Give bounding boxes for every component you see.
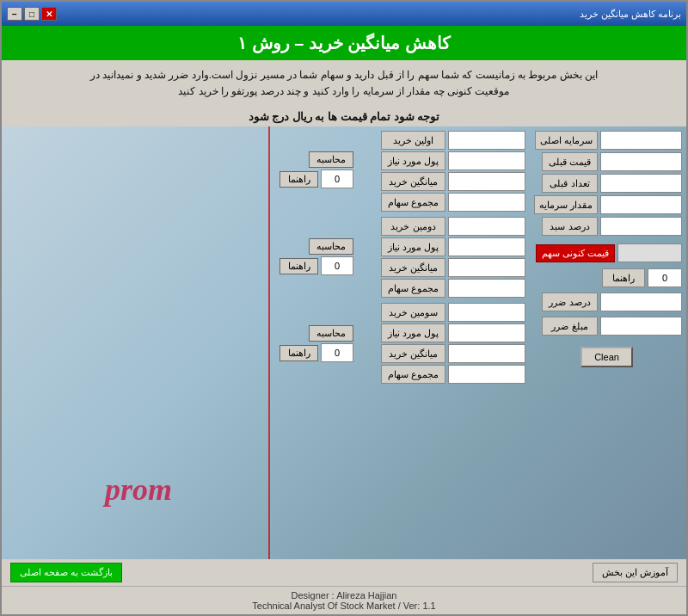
spacer3	[215, 305, 353, 323]
calc-btn-1[interactable]: محاسبه	[309, 151, 353, 168]
mablagh-zarr-input[interactable]	[600, 317, 682, 336]
darsd-zarr-input[interactable]	[600, 293, 682, 311]
buy2-sum-input[interactable]	[448, 279, 525, 298]
buy2-pol-input[interactable]	[448, 237, 525, 256]
buy3-sum-label: مجموع سهام	[381, 365, 445, 384]
clean-btn-wrapper: Clean	[531, 343, 682, 367]
buy3-avg-input[interactable]	[448, 344, 525, 363]
mablagh-zarr-label: مبلغ ضرر	[542, 317, 598, 336]
prom-watermark: prom	[105, 471, 172, 508]
footer-line2: Technical Analyst Of Stock Market / Ver:…	[5, 601, 683, 611]
gheymat-ghabli-input[interactable]	[600, 152, 682, 171]
buy2-avg-label: میانگین خرید	[381, 258, 445, 277]
teach-button[interactable]: آموزش این بخش	[593, 563, 678, 582]
current-price-section: قیمت کنونی سهم	[531, 243, 682, 262]
buy3-pol-row: پول مورد نیاز	[357, 323, 525, 342]
calc-btn-2[interactable]: محاسبه	[309, 238, 353, 255]
buy1-pol-input[interactable]	[448, 151, 525, 170]
current-price-row: قیمت کنونی سهم	[531, 243, 682, 262]
buy2-pol-row: پول مورد نیاز	[357, 237, 525, 256]
helper-group-2: محاسبه راهنما	[215, 218, 353, 296]
spacer2	[215, 218, 353, 237]
footer: Designer : Alireza Hajjian Technical Ana…	[2, 586, 686, 614]
bottom-bar: آموزش این بخش بازگشت به صفحه اصلی	[2, 559, 686, 586]
calc-btn-3[interactable]: محاسبه	[309, 325, 353, 342]
rahma-btn-1[interactable]: راهنما	[280, 171, 318, 188]
helper1-rahma-row: راهنما	[215, 169, 353, 188]
miqdar-sarmaye-input[interactable]	[600, 195, 682, 214]
rahma-button[interactable]: راهنما	[602, 268, 645, 287]
buy3-pol-label: پول مورد نیاز	[381, 323, 445, 342]
main-content: prom سرمایه اصلی قیمت قبلی تعداد قبلی	[2, 126, 686, 559]
darsd-sabd-row: درصد سبد	[531, 217, 682, 236]
rahma-value-input[interactable]	[648, 268, 682, 287]
buy3-pol-input[interactable]	[448, 323, 525, 342]
sarmaye-asli-input[interactable]	[600, 131, 682, 150]
buy3-sum-input[interactable]	[448, 365, 525, 384]
sarmaye-asli-row: سرمایه اصلی	[531, 131, 682, 150]
helper2-calc-row: محاسبه	[215, 238, 353, 255]
helper3-rahma-value[interactable]	[321, 343, 353, 362]
darsd-zarr-row: درصد ضرر	[531, 293, 682, 311]
back-button[interactable]: بازگشت به صفحه اصلی	[10, 563, 122, 582]
darsd-sabd-label: درصد سبد	[542, 217, 598, 236]
buy3-title-label: سومین خرید	[381, 303, 445, 322]
helper3-rahma-row: راهنما	[215, 343, 353, 362]
current-price-input[interactable]	[617, 243, 682, 262]
darsd-zarr-field-row: درصد ضرر	[531, 293, 682, 311]
helper-group-1: محاسبه راهنما	[215, 131, 353, 209]
buy2-title-label: دومین خرید	[381, 217, 445, 236]
tedade-ghabli-row: تعداد قبلی	[531, 174, 682, 193]
buy1-sum-row: مجموع سهام	[357, 193, 525, 212]
description-box: این بخش مربوط به زمانیست که شما سهم را ا…	[2, 60, 686, 107]
helper-group-3: محاسبه راهنما	[215, 305, 353, 362]
helper2-rahma-value[interactable]	[321, 256, 353, 275]
tedade-ghabli-input[interactable]	[600, 174, 682, 193]
spacer1b	[215, 190, 353, 209]
clean-button[interactable]: Clean	[580, 347, 633, 367]
mablagh-zarr-field-row: مبلغ ضرر	[531, 317, 682, 336]
miqdar-sarmaye-label: مقدار سرمایه	[534, 195, 598, 214]
right-panel: سرمایه اصلی قیمت قبلی تعداد قبلی مقدار س…	[527, 126, 686, 559]
minimize-button[interactable]: −	[7, 7, 22, 21]
buy1-price-input[interactable]	[448, 131, 525, 150]
helper2-rahma-row: راهنما	[215, 256, 353, 275]
maximize-button[interactable]: □	[24, 7, 40, 21]
buy2-avg-row: میانگین خرید	[357, 258, 525, 277]
spacer1	[215, 131, 353, 150]
darsd-zarr-label: درصد ضرر	[542, 293, 598, 311]
buy1-sum-input[interactable]	[448, 193, 525, 212]
buy-group-2: دومین خرید پول مورد نیاز میانگین خرید مج…	[357, 217, 525, 298]
buy1-avg-row: میانگین خرید	[357, 172, 525, 191]
rahma-btn-3[interactable]: راهنما	[280, 345, 318, 361]
buy2-sum-label: مجموع سهام	[381, 279, 445, 298]
rahma-section: راهنما	[531, 268, 682, 287]
spacer2b	[215, 277, 353, 296]
helper1-calc-row: محاسبه	[215, 151, 353, 168]
mablagh-zarr-row: مبلغ ضرر	[531, 317, 682, 336]
buy-group-3: سومین خرید پول مورد نیاز میانگین خرید مج…	[357, 303, 525, 384]
window-title: برنامه کاهش میانگین خرید	[580, 9, 681, 20]
buy2-avg-input[interactable]	[448, 258, 525, 277]
title-bar: برنامه کاهش میانگین خرید − □ ✕	[2, 2, 686, 26]
buy1-avg-label: میانگین خرید	[381, 172, 445, 191]
footer-line1: Designer : Alireza Hajjian	[5, 590, 683, 601]
close-button[interactable]: ✕	[41, 7, 57, 21]
darsd-sabd-input[interactable]	[600, 217, 682, 236]
buy-group-1: اولین خرید پول مورد نیاز میانگین خرید مج…	[357, 131, 525, 212]
helper3-calc-row: محاسبه	[215, 325, 353, 342]
helper1-rahma-value[interactable]	[321, 169, 353, 188]
buy2-first-row: دومین خرید	[357, 217, 525, 236]
buy3-price-input[interactable]	[448, 303, 525, 322]
tedade-ghabli-label: تعداد قبلی	[542, 174, 598, 193]
buy2-sum-row: مجموع سهام	[357, 279, 525, 298]
description-line2: موقعیت کنونی چه مقدار از سرمایه را وارد …	[12, 83, 676, 100]
buy3-first-row: سومین خرید	[357, 303, 525, 322]
sarmaye-asli-label: سرمایه اصلی	[535, 131, 598, 150]
buy2-pol-label: پول مورد نیاز	[381, 237, 445, 256]
buy1-avg-input[interactable]	[448, 172, 525, 191]
buy3-avg-row: میانگین خرید	[357, 344, 525, 363]
buy2-price-input[interactable]	[448, 217, 525, 236]
buy3-sum-row: مجموع سهام	[357, 365, 525, 384]
rahma-btn-2[interactable]: راهنما	[280, 258, 318, 274]
